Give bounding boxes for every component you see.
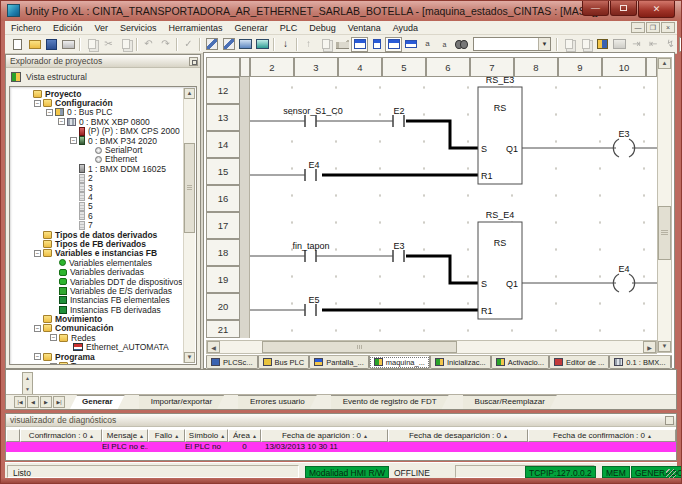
tree-item-inst-fb-elem[interactable]: Instancias FB elementales	[12, 296, 182, 305]
contact-label[interactable]: fin_tapon	[292, 241, 329, 251]
tree-item-tipos-fb[interactable]: Tipos de FB derivados	[12, 239, 182, 248]
library-browser-icon[interactable]	[368, 37, 385, 52]
menu-debug[interactable]: Debug	[303, 23, 342, 33]
rs-block-2[interactable]	[478, 222, 522, 319]
fb-instance-label[interactable]: RS_E4	[486, 210, 515, 220]
doc-minimize-button[interactable]: —	[631, 22, 645, 33]
step-over-icon[interactable]: ⇤	[645, 37, 662, 52]
tree-item-rack[interactable]: −0 : BMX XBP 0800	[12, 117, 182, 126]
collapse-icon[interactable]: −	[58, 118, 65, 125]
tree-item-variables-fb[interactable]: −Variables e instancias FB	[12, 249, 182, 258]
collapse-icon[interactable]: −	[70, 137, 77, 144]
search-input[interactable]	[474, 38, 534, 50]
collapse-icon[interactable]: −	[34, 250, 41, 257]
col-fallo[interactable]: Fallo	[148, 429, 185, 442]
tab-maquina[interactable]: maquina_...	[369, 356, 430, 369]
minimize-button[interactable]: —	[582, 1, 609, 16]
tree-item-slot7[interactable]: 7	[12, 220, 182, 229]
tree-item-cps[interactable]: (P) (P) : BMX CPS 2000	[12, 127, 182, 136]
collapse-icon[interactable]: −	[34, 353, 41, 360]
paste-icon[interactable]	[117, 37, 134, 52]
tree-item-ddm[interactable]: 1 : BMX DDM 16025	[12, 164, 182, 173]
open-project-icon[interactable]	[26, 37, 43, 52]
tree-scrollbar[interactable]: ▲ ▼	[183, 88, 195, 363]
compare-icon[interactable]	[317, 37, 334, 52]
coil-label[interactable]: E3	[618, 129, 629, 139]
analyze-icon[interactable]	[220, 37, 237, 52]
contact-label[interactable]: E5	[308, 295, 319, 305]
menu-plc[interactable]: PLC	[274, 23, 304, 33]
contact-label[interactable]: E3	[393, 241, 404, 251]
tree-item-var-es[interactable]: Variables de E/S derivadas	[12, 286, 182, 295]
diagnostic-row[interactable]: El PLC no e... El PLC no 0 13/03/2013 10…	[6, 442, 676, 452]
col-confirmacion[interactable]: Confirmación : 0	[20, 429, 102, 442]
tab-bus-plc[interactable]: Bus PLC	[258, 356, 310, 369]
breakpoint-icon[interactable]	[594, 37, 611, 52]
scroll-down-icon[interactable]: ▼	[184, 352, 195, 363]
prev-tab-icon[interactable]: ◀	[27, 396, 39, 408]
output-window-icon[interactable]	[385, 37, 402, 52]
tab-module-0-0[interactable]: 0.0 : BMX...	[671, 356, 672, 369]
tree-item-movimiento[interactable]: Movimiento	[12, 314, 182, 323]
contact-label[interactable]: E2	[393, 106, 404, 116]
tree-item-slot5[interactable]: 5	[12, 202, 182, 211]
chevron-down-icon[interactable]: ▼	[538, 38, 550, 50]
tree-item-redes[interactable]: −Redes	[12, 333, 182, 342]
tree-item-bus-plc[interactable]: −0 : Bus PLC	[12, 108, 182, 117]
output-scrollbar[interactable]: ▲▼	[22, 372, 33, 396]
menu-fichero[interactable]: Fichero	[5, 23, 47, 33]
scroll-left-icon[interactable]: ◀	[207, 341, 220, 353]
collapse-icon[interactable]: −	[34, 100, 41, 107]
menu-herramientas[interactable]: Herramientas	[163, 23, 229, 33]
step-into-icon[interactable]: ⇥	[628, 37, 645, 52]
tab-plc-screen[interactable]: PLCSc...	[206, 356, 258, 369]
cut-icon[interactable]: ✂	[100, 37, 117, 52]
validate-icon[interactable]: ✓	[180, 37, 197, 52]
analyze-project-icon[interactable]	[203, 37, 220, 52]
doc-close-button[interactable]: ×	[661, 22, 675, 33]
tree-item-slot3[interactable]: 3	[12, 183, 182, 192]
tab-evento-fdt[interactable]: Evento de registro de FDT	[331, 395, 449, 409]
zoom-out-icon[interactable]: a	[436, 37, 453, 52]
tab-buscar-reemplazar[interactable]: Buscar/Reemplazar	[463, 395, 557, 409]
download-icon[interactable]: ↓	[277, 37, 294, 52]
contact-label[interactable]: E4	[308, 160, 319, 170]
menu-ventana[interactable]: Ventana	[342, 23, 387, 33]
project-browser-icon[interactable]	[351, 37, 368, 52]
col-fecha-aparicion[interactable]: Fecha de aparición : 0	[261, 429, 388, 442]
menu-ayuda[interactable]: Ayuda	[387, 23, 424, 33]
redo-icon[interactable]: ↷	[157, 37, 174, 52]
rs-block-1[interactable]	[478, 87, 522, 184]
col-fecha-confirmacion[interactable]: Fecha de confirmación : 0	[528, 429, 676, 442]
col-simbolo[interactable]: Símbolo	[185, 429, 228, 442]
find-prev-icon[interactable]	[577, 37, 594, 52]
col-area[interactable]: Área	[228, 429, 261, 442]
find-next-icon[interactable]	[560, 37, 577, 52]
tree-item-configuracion[interactable]: −Configuración	[12, 98, 182, 107]
next-tab-icon[interactable]: ▶	[40, 396, 52, 408]
print-icon[interactable]	[60, 37, 77, 52]
ladder-canvas[interactable]: RS_E3 RS S Q1 R1 sensor_S1_C0 E2 E4 E3	[250, 77, 657, 338]
coil-label[interactable]: E4	[618, 264, 629, 274]
menu-generar[interactable]: Generar	[229, 23, 274, 33]
tree-item-inst-fb-deriv[interactable]: Instancias FB derivadas	[12, 305, 182, 314]
tab-errores-usuario[interactable]: Errores usuario	[238, 395, 317, 409]
tree-item-tipos-datos[interactable]: Tipos de datos derivados	[12, 230, 182, 239]
menu-edicion[interactable]: Edición	[47, 23, 89, 33]
tree-item-ethernet[interactable]: Ethernet	[12, 155, 182, 164]
zoom-in-icon[interactable]: a	[419, 37, 436, 52]
scroll-down-icon[interactable]: ▼	[658, 341, 671, 352]
tree-item-var-elementales[interactable]: Variables elementales	[12, 258, 182, 267]
tree-item-slot4[interactable]: 4	[12, 192, 182, 201]
tree-item-tareas[interactable]: −Tareas	[12, 361, 182, 364]
tab-generar[interactable]: Generar	[70, 395, 125, 409]
save-icon[interactable]	[43, 37, 60, 52]
tab-pantalla[interactable]: Pantalla_...	[309, 356, 369, 369]
tree-item-programa[interactable]: −Programa	[12, 352, 182, 361]
pc-transfer-icon[interactable]	[237, 37, 254, 52]
tree-item-p34[interactable]: −0 : BMX P34 2020	[12, 136, 182, 145]
fb-instance-label[interactable]: RS_E3	[486, 77, 515, 85]
tree-item-ethernet-automata[interactable]: Ethernet_AUTOMATA	[12, 343, 182, 352]
editor-horizontal-scrollbar[interactable]: ◀ ▶	[206, 340, 657, 354]
collapse-icon[interactable]: −	[50, 363, 57, 364]
